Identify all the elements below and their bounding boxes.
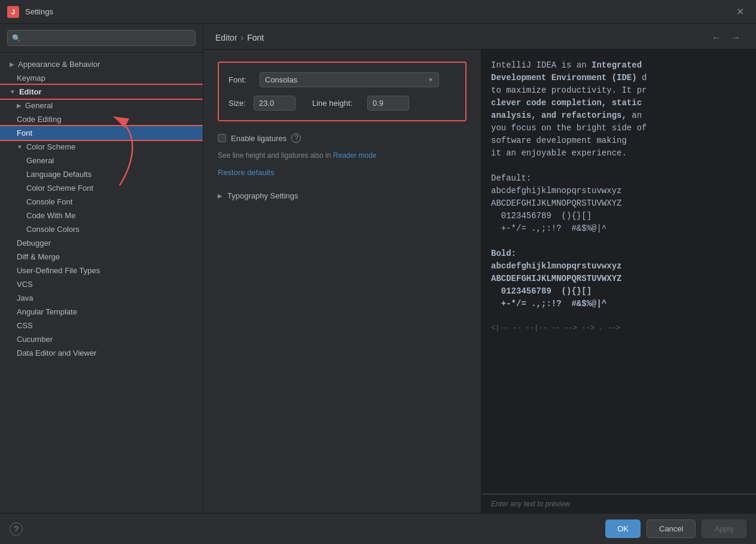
sidebar-item-font[interactable]: Font (0, 126, 203, 140)
font-dropdown[interactable]: Consolas ▼ (260, 72, 439, 87)
sidebar-item-label: Language Defaults (26, 170, 92, 179)
sidebar-item-user-defined[interactable]: User-Defined File Types (0, 264, 203, 277)
preview-bold-numbers: 0123456789 (){}[] (491, 285, 746, 298)
font-row: Font: Consolas ▼ (228, 72, 456, 87)
search-icon: 🔍 (12, 34, 21, 42)
sidebar-item-appearance[interactable]: ▶ Appearance & Behavior (0, 57, 203, 71)
sidebar-item-color-scheme[interactable]: ▼ Color Scheme (0, 140, 203, 154)
preview-panel: IntelliJ IDEA is an Integrated Developme… (481, 50, 756, 513)
window-title: Settings (25, 7, 731, 16)
search-area: 🔍 (0, 24, 203, 53)
info-text-content: See line height and ligatures also in (218, 151, 331, 160)
settings-sidebar: 🔍 ▶ Appearance & Behavior Keymap ▼ Edito (0, 24, 203, 513)
preview-input-area: Enter any text to preview (481, 494, 756, 513)
nav-arrows: ← → (708, 31, 744, 44)
back-button[interactable]: ← (708, 31, 725, 44)
expand-icon: ▶ (10, 61, 14, 68)
content-area: Editor › Font ← → Font: (203, 24, 756, 513)
preview-content[interactable]: IntelliJ IDEA is an Integrated Developme… (481, 50, 756, 494)
preview-line-8: it an enjoyable experience. (491, 147, 746, 160)
sidebar-item-keymap[interactable]: Keymap (0, 71, 203, 85)
sidebar-item-label: Code Editing (17, 115, 61, 124)
size-row: Size: 23.0 Line height: 0.9 (228, 96, 456, 111)
info-text: See line height and ligatures also in Re… (218, 150, 467, 161)
nav-tree: ▶ Appearance & Behavior Keymap ▼ Editor … (0, 53, 203, 513)
sidebar-item-angular[interactable]: Angular Template (0, 305, 203, 319)
typography-section[interactable]: ▶ Typography Settings (218, 189, 467, 203)
bottom-bar: ? OK Cancel Apply (0, 513, 756, 544)
breadcrumb-separator: › (241, 33, 244, 42)
forward-button[interactable]: → (727, 31, 744, 44)
help-icon: ? (14, 524, 19, 534)
font-settings-box: Font: Consolas ▼ Size: 23.0 Line height:… (218, 62, 467, 121)
help-button[interactable]: ? (10, 522, 23, 536)
preview-line-3: to maximize productivity. It pr (491, 84, 746, 97)
sidebar-item-label: Color Scheme (26, 142, 75, 151)
sidebar-item-label: Appearance & Behavior (18, 60, 100, 69)
sidebar-item-label: Debugger (17, 239, 51, 247)
sidebar-item-code-with-me[interactable]: Code With Me (0, 209, 203, 222)
preview-numbers: 0123456789 (){}[] (491, 210, 746, 222)
preview-line-2: Development Environment (IDE) d (491, 72, 746, 84)
cancel-button[interactable]: Cancel (647, 519, 696, 538)
preview-line-4: clever code completion, static (491, 97, 746, 109)
content-header: Editor › Font ← → (203, 24, 756, 50)
app-icon: J (7, 6, 19, 18)
preview-bold-uppercase: ABCDEFGHIJKLMNOPQRSTUVWXYZ (491, 273, 746, 285)
sidebar-item-java[interactable]: Java (0, 291, 203, 305)
apply-button[interactable]: Apply (702, 519, 746, 538)
sidebar-item-language-defaults[interactable]: Language Defaults (0, 167, 203, 181)
sidebar-item-code-editing[interactable]: Code Editing (0, 112, 203, 126)
close-button[interactable]: ✕ (731, 4, 749, 20)
reader-mode-link[interactable]: Reader mode (333, 151, 377, 160)
sidebar-item-label: CSS (17, 321, 33, 330)
preview-line-6: you focus on the bright side of (491, 122, 746, 135)
sidebar-item-label: Keymap (17, 74, 45, 82)
font-label: Font: (228, 75, 252, 84)
sidebar-item-console-font[interactable]: Console Font (0, 195, 203, 209)
ligatures-checkbox[interactable] (218, 134, 226, 142)
typography-label: Typography Settings (227, 191, 298, 200)
breadcrumb: Editor › Font (215, 33, 264, 42)
action-buttons: OK Cancel Apply (605, 519, 746, 538)
ok-button[interactable]: OK (605, 519, 641, 538)
preview-bold-lowercase: abcdefghijklmnopqrstuvwxyz (491, 260, 746, 273)
preview-line-5: analysis, and refactorings, an (491, 109, 746, 122)
sidebar-item-debugger[interactable]: Debugger (0, 236, 203, 250)
sidebar-item-label: User-Defined File Types (17, 266, 100, 275)
breadcrumb-current: Font (247, 33, 264, 42)
sidebar-item-label: Code With Me (26, 211, 75, 220)
expand-icon: ▼ (17, 143, 23, 150)
sidebar-item-diff-merge[interactable]: Diff & Merge (0, 250, 203, 264)
sidebar-item-console-colors[interactable]: Console Colors (0, 222, 203, 236)
sidebar-item-general[interactable]: ▶ General (0, 99, 203, 112)
sidebar-item-css[interactable]: CSS (0, 319, 203, 332)
title-bar: J Settings ✕ (0, 0, 756, 24)
sidebar-item-label: Cucumber (17, 335, 53, 344)
help-icon[interactable]: ? (291, 133, 301, 143)
sidebar-item-editor[interactable]: ▼ Editor (0, 85, 203, 99)
content-main: Font: Consolas ▼ Size: 23.0 Line height:… (203, 50, 756, 513)
settings-panel: Font: Consolas ▼ Size: 23.0 Line height:… (203, 50, 481, 513)
sidebar-item-cucumber[interactable]: Cucumber (0, 332, 203, 346)
preview-lowercase: abcdefghijklmnopqrstuvwxyz (491, 185, 746, 197)
sidebar-item-color-scheme-font[interactable]: Color Scheme Font (0, 181, 203, 195)
preview-bold-header: Bold: (491, 247, 746, 260)
sidebar-item-label: Diff & Merge (17, 252, 60, 261)
line-height-input[interactable]: 0.9 (367, 96, 409, 111)
ligatures-label: Enable ligatures (231, 134, 286, 143)
search-input[interactable] (7, 30, 196, 46)
sidebar-item-cs-general[interactable]: General (0, 154, 203, 167)
sidebar-item-label: Color Scheme Font (26, 184, 93, 192)
sidebar-item-label: General (26, 156, 54, 165)
sidebar-item-data-editor[interactable]: Data Editor and Viewer (0, 346, 203, 360)
preview-line-7: software development making (491, 135, 746, 147)
preview-bold-symbols: +-*/= .,;:!? #&$%@|^ (491, 298, 746, 310)
expand-icon: ▶ (17, 102, 22, 109)
restore-defaults-link[interactable]: Restore defaults (218, 168, 467, 177)
sidebar-item-label: Data Editor and Viewer (17, 349, 96, 357)
sidebar-item-label: Console Font (26, 197, 72, 206)
preview-uppercase: ABCDEFGHIJKLMNOPQRSTUVWXYZ (491, 197, 746, 210)
sidebar-item-vcs[interactable]: VCS (0, 277, 203, 291)
size-input[interactable]: 23.0 (254, 96, 295, 111)
